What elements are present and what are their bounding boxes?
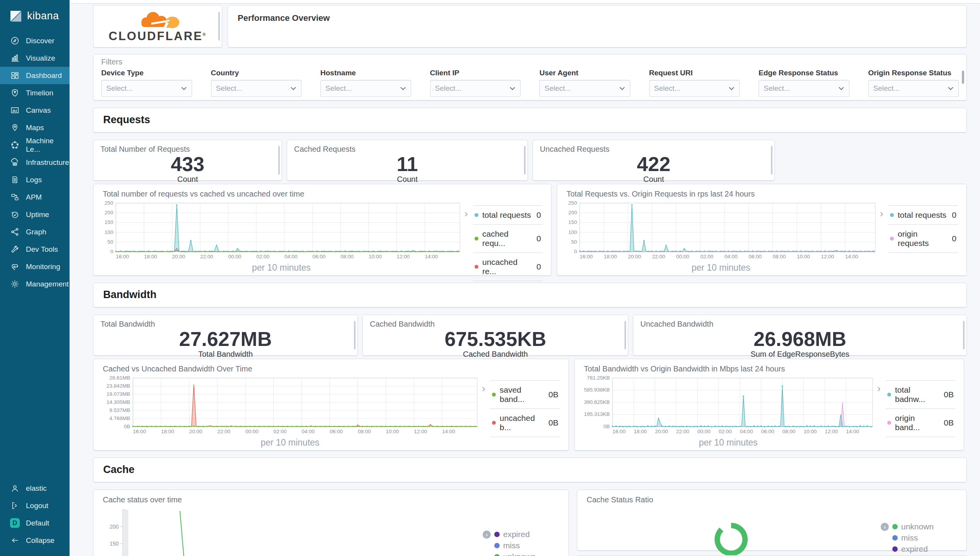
legend-item-cached-requ-[interactable]: cached requ...0 [473, 224, 543, 253]
legend-value: 0 [952, 234, 956, 243]
filters-row: Device TypeSelect...CountrySelect...Host… [101, 69, 959, 97]
svg-text:0B: 0B [603, 424, 610, 429]
legend-toggle-icon[interactable]: › [881, 523, 889, 531]
legend-item-miss[interactable]: miss [892, 533, 958, 542]
sidebar-item-canvas[interactable]: Canvas [0, 102, 70, 119]
legend-item-expired[interactable]: expired [892, 544, 958, 554]
sidebar-item-dev-tools[interactable]: Dev Tools [0, 241, 70, 258]
legend-item-origin-band-[interactable]: origin band...0B [886, 409, 955, 437]
sidebar-item-label: Graph [26, 228, 46, 236]
page-title: Performance Overview [238, 13, 957, 23]
svg-text:08:00: 08:00 [783, 429, 796, 434]
chart-canvas[interactable]: 16:0018:0020:0022:0000:0002:0004:0006:00… [100, 200, 463, 261]
legend-item-unknown[interactable]: ›unknown [892, 522, 958, 531]
filter-select[interactable]: Select... [759, 80, 849, 97]
sidebar-item-monitoring[interactable]: Monitoring [0, 258, 70, 275]
legend-item-uncached-re-[interactable]: uncached re...0 [473, 253, 543, 281]
legend-toggle-icon[interactable]: › [482, 383, 485, 393]
logs-icon [10, 175, 20, 185]
filter-select[interactable]: Select... [320, 80, 411, 97]
sidebar-item-visualize[interactable]: Visualize [0, 49, 70, 67]
sidebar-item-logs[interactable]: Logs [0, 171, 70, 188]
sidebar-item-collapse[interactable]: Collapse [0, 532, 70, 549]
sidebar-item-timelion[interactable]: Timelion [0, 84, 70, 102]
sidebar-item-discover[interactable]: Discover [0, 32, 70, 49]
sidebar-item-apm[interactable]: APM [0, 188, 70, 206]
svg-text:04:00: 04:00 [740, 429, 753, 434]
filter-select[interactable]: Select... [430, 80, 521, 97]
panel-resize-handle[interactable] [963, 321, 965, 349]
svg-text:100: 100 [104, 229, 113, 235]
filter-select[interactable]: Select... [868, 80, 959, 97]
legend-item-total-badnw-[interactable]: total badnw...0B [886, 380, 955, 409]
bandwidth-metrics-row: Total Bandwidth27.627MBTotal BandwidthCa… [93, 315, 967, 356]
sidebar-item-label: Management [26, 280, 69, 288]
kibana-logo[interactable]: kibana [0, 0, 70, 32]
legend-item-expired[interactable]: ›expired [494, 530, 560, 539]
sidebar-item-label: Logs [26, 176, 42, 184]
sidebar-item-elastic[interactable]: elastic [0, 480, 70, 497]
legend-value: 0B [944, 418, 954, 427]
donut-chart[interactable] [715, 523, 748, 556]
cloudflare-cloud-icon [129, 11, 187, 31]
sidebar-item-uptime[interactable]: Uptime [0, 206, 70, 223]
panel-resize-handle[interactable] [278, 146, 280, 175]
metric-title: Total Number of Requests [100, 145, 275, 154]
sidebar-item-logout[interactable]: Logout [0, 497, 70, 514]
svg-text:08:00: 08:00 [773, 254, 786, 259]
sidebar-item-infrastructure[interactable]: Infrastructure [0, 154, 70, 171]
svg-text:50: 50 [107, 239, 113, 245]
legend-value: 0 [536, 210, 541, 220]
sidebar-item-machine-le[interactable]: Machine Le... [0, 136, 70, 154]
legend-dot-icon [892, 546, 898, 552]
svg-text:195.313KB: 195.313KB [584, 411, 610, 417]
sidebar-item-dashboard[interactable]: Dashboard [0, 67, 70, 84]
legend-item-uncached-b-[interactable]: uncached b...0B [490, 409, 560, 437]
panel-bandwidth-vs-origin: Total Bandwidth vs Origin Bandwidth in M… [574, 359, 964, 451]
chart-legend: saved band...0Buncached b...0B [490, 380, 560, 437]
legend-toggle-icon[interactable]: › [877, 383, 881, 393]
filter-origin-response-status: Origin Response StatusSelect... [868, 69, 959, 97]
legend-toggle-icon[interactable]: › [483, 531, 491, 539]
filter-select[interactable]: Select... [649, 80, 740, 97]
legend-dot-icon [494, 532, 500, 537]
legend-item-saved-band-[interactable]: saved band...0B [490, 380, 560, 409]
svg-text:10:00: 10:00 [369, 254, 382, 259]
legend-toggle-icon[interactable]: › [464, 208, 468, 219]
chart-canvas[interactable]: 16:0018:0020:0022:0000:0002:0004:0006:00… [563, 200, 878, 261]
panel-resize-handle[interactable] [524, 146, 526, 175]
legend-label: miss [503, 541, 520, 550]
legend-item-total-requests[interactable]: total requests0 [888, 205, 958, 224]
panel-resize-handle[interactable] [624, 321, 626, 349]
legend-toggle-icon[interactable]: › [880, 208, 883, 219]
panel-resize-handle[interactable] [218, 12, 220, 41]
filter-select[interactable]: Select... [101, 80, 192, 97]
legend-item-miss[interactable]: miss [494, 541, 560, 550]
filters-scrollbar-thumb[interactable] [962, 71, 964, 84]
filter-select[interactable]: Select... [539, 80, 630, 97]
legend-item-origin-requests[interactable]: origin requests0 [888, 224, 958, 253]
sidebar-item-maps[interactable]: Maps [0, 119, 70, 136]
sidebar-item-graph[interactable]: Graph [0, 223, 70, 241]
panel-resize-handle[interactable] [354, 321, 356, 349]
filter-select[interactable]: Select... [211, 80, 302, 97]
svg-text:250: 250 [104, 200, 113, 206]
legend-label: uncached re... [482, 258, 533, 276]
sidebar-item-label: Discover [26, 37, 54, 45]
svg-text:06:00: 06:00 [313, 254, 326, 259]
panel-title: Cache status over time [103, 495, 562, 504]
sidebar-footer: elasticLogoutDDefaultCollapse [0, 480, 70, 556]
chart-canvas[interactable]: 16:0018:0020:0022:0000:0002:0004:0006:00… [100, 375, 480, 436]
chevron-down-icon [400, 86, 406, 90]
legend-item-total-requests[interactable]: total requests0 [473, 205, 543, 224]
sidebar-item-label: APM [26, 193, 42, 202]
legend-dot-icon [890, 237, 894, 241]
chart-canvas[interactable]: 200150Count [100, 506, 480, 556]
sidebar-item-management[interactable]: Management [0, 275, 70, 293]
sidebar-item-default[interactable]: DDefault [0, 514, 70, 532]
legend-item-unknown[interactable]: unknown [494, 552, 560, 556]
panel-resize-handle[interactable] [771, 146, 772, 175]
x-axis-label: per 10 minutes [581, 437, 876, 448]
chart-canvas[interactable]: 16:0018:0020:0022:0000:0002:0004:0006:00… [581, 375, 876, 436]
kibana-logo-icon [10, 10, 22, 22]
